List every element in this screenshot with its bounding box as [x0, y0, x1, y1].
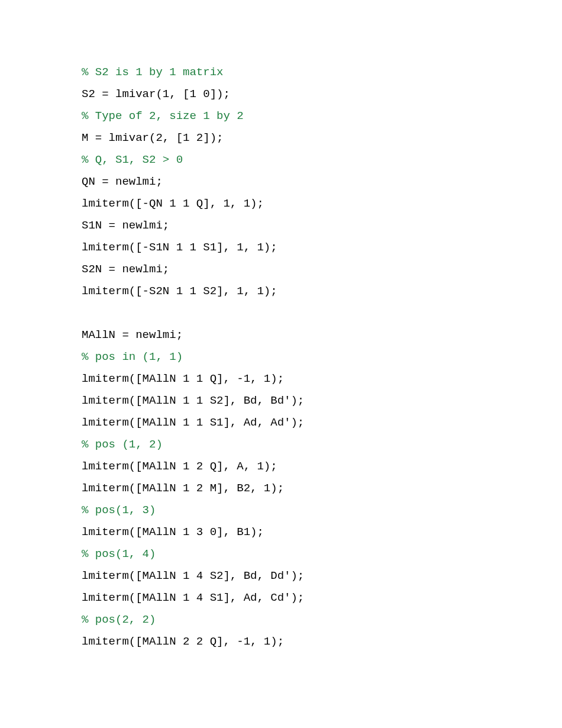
code-line: lmiterm([-QN 1 1 Q], 1, 1);: [82, 193, 562, 215]
code-line: % S2 is 1 by 1 matrix: [82, 62, 562, 83]
code-line: [82, 302, 562, 324]
code-line: % pos(1, 4): [82, 543, 562, 565]
code-line: % Type of 2, size 1 by 2: [82, 105, 562, 127]
code-line: QN = newlmi;: [82, 171, 562, 193]
code-line: lmiterm([-S2N 1 1 S2], 1, 1);: [82, 281, 562, 302]
code-line: lmiterm([-S1N 1 1 S1], 1, 1);: [82, 237, 562, 259]
code-line: % pos(2, 2): [82, 609, 562, 631]
code-line: % pos (1, 2): [82, 434, 562, 456]
code-line: lmiterm([MAllN 1 4 S1], Ad, Cd');: [82, 587, 562, 609]
code-line: lmiterm([MAllN 1 2 M], B2, 1);: [82, 478, 562, 500]
code-line: S1N = newlmi;: [82, 215, 562, 237]
code-line: lmiterm([MAllN 1 3 0], B1);: [82, 521, 562, 543]
code-line: lmiterm([MAllN 1 4 S2], Bd, Dd');: [82, 565, 562, 587]
code-listing: % S2 is 1 by 1 matrixS2 = lmivar(1, [1 0…: [0, 0, 562, 653]
code-line: lmiterm([MAllN 1 2 Q], A, 1);: [82, 456, 562, 478]
code-line: lmiterm([MAllN 1 1 S2], Bd, Bd');: [82, 390, 562, 412]
code-line: % pos in (1, 1): [82, 346, 562, 368]
code-line: MAllN = newlmi;: [82, 324, 562, 346]
code-line: lmiterm([MAllN 1 1 Q], -1, 1);: [82, 368, 562, 390]
code-line: % pos(1, 3): [82, 500, 562, 521]
code-line: lmiterm([MAllN 2 2 Q], -1, 1);: [82, 631, 562, 653]
code-line: M = lmivar(2, [1 2]);: [82, 127, 562, 149]
code-line: lmiterm([MAllN 1 1 S1], Ad, Ad');: [82, 412, 562, 434]
code-line: S2 = lmivar(1, [1 0]);: [82, 83, 562, 105]
code-line: % Q, S1, S2 > 0: [82, 149, 562, 171]
code-line: S2N = newlmi;: [82, 259, 562, 281]
